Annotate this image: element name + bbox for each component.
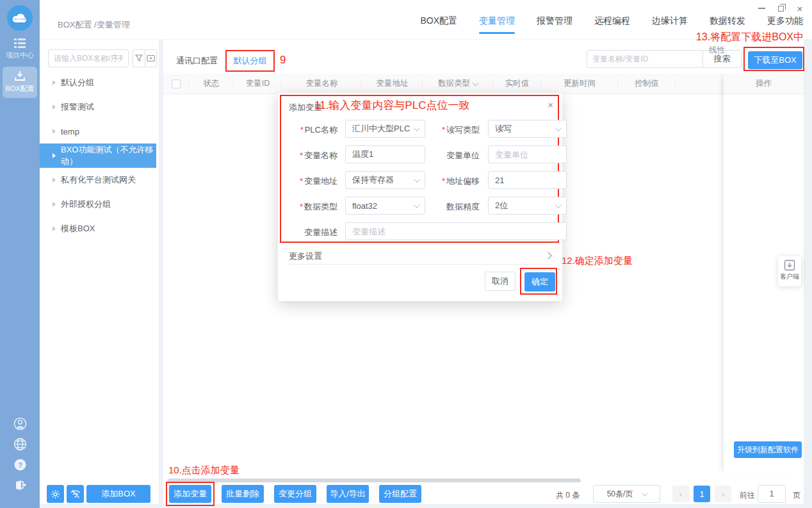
nav-data-forwarding[interactable]: 数据转发 — [710, 15, 745, 27]
field-label-data-precision: 数据精度 — [404, 201, 480, 213]
minimize-icon — [758, 8, 765, 9]
field-label-var-description: 变量描述 — [289, 227, 337, 238]
goto-label: 前往 — [740, 490, 755, 501]
current-page-button[interactable]: 1 — [694, 486, 710, 502]
import-export-button[interactable]: 导入/导出 — [327, 485, 369, 503]
tab-comm-port-config[interactable]: 通讯口配置 — [176, 55, 218, 67]
annotation-box-confirm: 确定 — [520, 268, 557, 295]
collapse-arrow-icon — [53, 104, 56, 110]
nav-alarm-mgmt[interactable]: 报警管理 — [537, 15, 572, 27]
language-globe-button[interactable] — [0, 438, 40, 451]
cancel-button[interactable]: 取消 — [485, 272, 516, 291]
user-icon — [13, 417, 27, 430]
nav-more-functions[interactable]: 更多功能 — [767, 15, 803, 27]
chevron-right-icon[interactable] — [544, 252, 551, 259]
question-icon: ? — [14, 459, 26, 471]
confirm-button[interactable]: 确定 — [524, 272, 555, 291]
filter-button[interactable] — [133, 49, 145, 67]
chevron-down-icon — [642, 490, 648, 496]
more-settings-toggle[interactable]: 更多设置 — [289, 250, 322, 262]
box-sidebar: 默认分组 报警测试 temp BXO功能测试（不允许移动） 私有化平台测试网关 … — [40, 40, 159, 504]
var-description-input[interactable] — [346, 223, 566, 240]
field-label-var-unit: 变量单位 — [404, 150, 480, 161]
breadcrumb: BOX配置 /变量管理 — [58, 19, 130, 31]
goto-page-input[interactable] — [758, 485, 786, 503]
change-group-button[interactable]: 变更分组 — [274, 485, 316, 503]
close-button[interactable]: × — [794, 3, 806, 13]
tree-item-template-box[interactable]: 模板BOX — [40, 217, 156, 241]
rail-item-box-config[interactable]: BOX配置 — [3, 67, 37, 98]
next-page-button[interactable]: › — [715, 486, 731, 502]
nav-remote-programming[interactable]: 远程编程 — [594, 15, 630, 27]
tree-item-temp[interactable]: temp — [40, 119, 156, 143]
field-label-addr-offset: *地址偏移 — [404, 176, 480, 187]
close-icon: × — [797, 3, 803, 14]
funnel-icon — [135, 54, 143, 62]
select-all-checkbox[interactable] — [172, 79, 181, 88]
total-count-label: 共 0 条 — [556, 490, 580, 501]
nav-edge-computing[interactable]: 边缘计算 — [652, 15, 688, 27]
collapse-arrow-icon — [53, 226, 56, 231]
gear-icon — [51, 489, 60, 499]
box-group-tree: 默认分组 报警测试 temp BXO功能测试（不允许移动） 私有化平台测试网关 … — [40, 70, 159, 241]
rail-item-label: 项目中心 — [0, 51, 40, 60]
wifi-off-icon — [70, 489, 81, 498]
client-download-widget[interactable]: 客户端 — [778, 256, 801, 286]
variable-search-input[interactable] — [587, 50, 703, 68]
var-description-field — [345, 222, 567, 240]
logout-button[interactable] — [0, 479, 40, 491]
add-group-button[interactable] — [145, 49, 157, 67]
col-data-type[interactable]: 数据类型 — [423, 74, 493, 94]
group-config-button[interactable]: 分组配置 — [379, 485, 421, 503]
page-size-select[interactable]: 50条/页 — [593, 485, 660, 503]
cloud-logo-icon: Box Config — [12, 12, 28, 24]
field-label-data-type: *数据类型 — [289, 201, 337, 213]
download-to-box-button[interactable]: 下载至BOX — [748, 51, 802, 69]
help-button[interactable]: ? — [0, 459, 40, 471]
wifi-config-button[interactable] — [67, 485, 84, 503]
box-search-input[interactable] — [48, 49, 129, 67]
chevron-down-icon — [555, 125, 562, 131]
settings-button[interactable] — [47, 485, 64, 503]
add-box-button[interactable]: 添加BOX — [86, 485, 150, 503]
annotation-step11: 11.输入变量内容与PLC点位一致 — [314, 98, 469, 113]
app-logo[interactable]: Box Config — [7, 5, 33, 31]
filter-chevron-icon — [473, 79, 479, 86]
tree-item-alarm-test[interactable]: 报警测试 — [40, 95, 156, 119]
field-label-rw-type: *读写类型 — [404, 124, 480, 136]
folder-plus-icon — [147, 54, 155, 62]
collapse-arrow-icon — [53, 129, 56, 134]
var-unit-field — [488, 145, 567, 163]
prev-icon: ‹ — [679, 489, 682, 499]
rail-item-label: BOX配置 — [3, 84, 37, 94]
app-window: { "icons": { "close": "×", "prev": "‹", … — [0, 0, 812, 508]
tree-item-default-group[interactable]: 默认分组 — [40, 70, 156, 95]
nav-box-config[interactable]: BOX配置 — [420, 15, 457, 27]
data-precision-select[interactable]: 2位 — [488, 197, 567, 215]
add-variable-button[interactable]: 添加变量 — [169, 485, 211, 503]
horizontal-scrollbar[interactable] — [168, 479, 581, 482]
nav-variable-mgmt[interactable]: 变量管理 — [479, 15, 515, 27]
download-box-icon — [14, 70, 26, 81]
tree-item-private-platform[interactable]: 私有化平台测试网关 — [40, 168, 156, 192]
tab-default-group[interactable]: 默认分组 — [234, 55, 267, 67]
upgrade-software-button[interactable]: 升级到新配置软件 — [734, 441, 802, 458]
rail-item-project-center[interactable]: 项目中心 — [0, 38, 40, 60]
var-unit-input[interactable] — [489, 146, 566, 163]
add-variable-dialog: 添加变量 11.输入变量内容与PLC点位一致 × *PLC名称 汇川中大型PLC… — [278, 93, 562, 301]
globe-icon — [13, 438, 27, 451]
batch-delete-button[interactable]: 批量删除 — [222, 485, 264, 503]
tree-item-external-auth[interactable]: 外部授权分组 — [40, 192, 156, 217]
tree-item-bxo-test[interactable]: BXO功能测试（不允许移动） — [40, 143, 156, 168]
download-client-icon — [783, 259, 796, 272]
annotation-step9: 9 — [280, 54, 286, 67]
addr-offset-input[interactable] — [489, 172, 566, 188]
prev-page-button[interactable]: ‹ — [672, 486, 689, 502]
dialog-close-icon[interactable]: × — [548, 99, 553, 110]
tab-default-group-highlight-box: 默认分组 — [225, 50, 275, 72]
rw-type-select[interactable]: 读写 — [488, 120, 567, 138]
user-account-button[interactable] — [0, 417, 40, 430]
restore-button[interactable] — [775, 3, 786, 13]
minimize-button[interactable] — [756, 3, 767, 13]
sidebar-tools — [133, 49, 157, 67]
